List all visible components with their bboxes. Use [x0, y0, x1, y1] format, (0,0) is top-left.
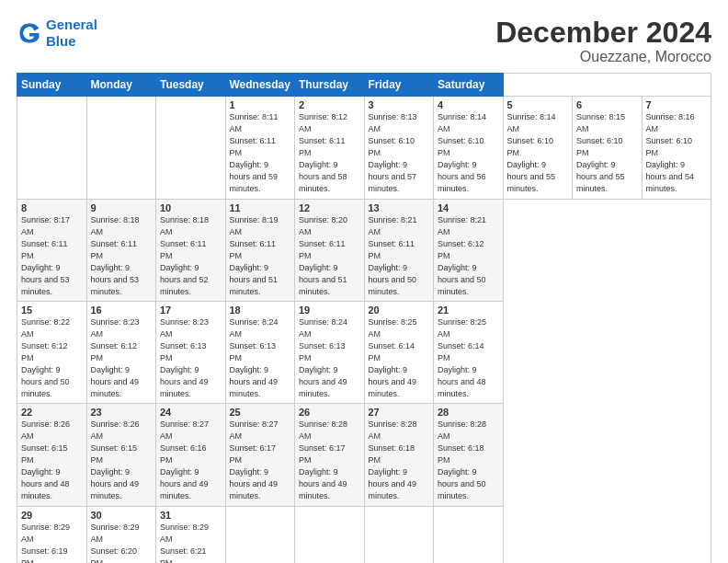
day-number: 28 [438, 407, 499, 418]
day-info: Sunrise: 8:26 AMSunset: 6:15 PMDaylight:… [21, 419, 83, 502]
day-number: 19 [299, 304, 360, 316]
day-info: Sunrise: 8:28 AMSunset: 6:18 PMDaylight:… [369, 419, 430, 502]
day-info: Sunrise: 8:16 AMSunset: 6:10 PMDaylight:… [646, 111, 708, 195]
calendar-week-row: 1Sunrise: 8:11 AMSunset: 6:11 PMDaylight… [17, 97, 711, 199]
calendar-day-cell: 24Sunrise: 8:27 AMSunset: 6:16 PMDayligh… [156, 404, 226, 506]
weekday-header-cell: Wednesday [225, 74, 295, 97]
day-info: Sunrise: 8:22 AMSunset: 6:12 PMDaylight:… [21, 316, 83, 400]
day-number: 12 [299, 202, 360, 213]
day-number: 25 [230, 407, 291, 418]
calendar-day-cell: 13Sunrise: 8:21 AMSunset: 6:11 PMDayligh… [364, 199, 434, 301]
calendar-day-cell: 9Sunrise: 8:18 AMSunset: 6:11 PMDaylight… [86, 199, 156, 301]
day-number: 23 [91, 407, 153, 418]
day-number: 20 [369, 304, 430, 316]
calendar-week-row: 29Sunrise: 8:29 AMSunset: 6:19 PMDayligh… [17, 506, 711, 563]
day-number: 24 [160, 407, 222, 418]
day-info: Sunrise: 8:12 AMSunset: 6:11 PMDaylight:… [299, 111, 360, 195]
calendar-week-row: 15Sunrise: 8:22 AMSunset: 6:12 PMDayligh… [17, 301, 711, 403]
calendar-day-cell [17, 97, 87, 199]
calendar-day-cell: 5Sunrise: 8:14 AMSunset: 6:10 PMDaylight… [503, 97, 573, 199]
calendar-day-cell [364, 506, 434, 563]
calendar-week-row: 22Sunrise: 8:26 AMSunset: 6:15 PMDayligh… [17, 404, 711, 506]
day-info: Sunrise: 8:13 AMSunset: 6:10 PMDaylight:… [369, 111, 430, 195]
day-number: 7 [646, 99, 708, 110]
calendar-day-cell: 1Sunrise: 8:11 AMSunset: 6:11 PMDaylight… [225, 97, 295, 199]
calendar-day-cell [156, 97, 226, 199]
calendar-table: SundayMondayTuesdayWednesdayThursdayFrid… [17, 73, 711, 563]
day-number: 4 [438, 99, 499, 110]
weekday-header-cell: Monday [86, 74, 156, 97]
day-info: Sunrise: 8:14 AMSunset: 6:10 PMDaylight:… [438, 111, 499, 195]
day-number: 16 [91, 304, 153, 316]
weekday-header-cell: Tuesday [156, 74, 226, 97]
day-info: Sunrise: 8:21 AMSunset: 6:11 PMDaylight:… [369, 214, 430, 298]
day-number: 26 [299, 407, 360, 418]
calendar-day-cell: 8Sunrise: 8:17 AMSunset: 6:11 PMDaylight… [17, 199, 87, 301]
day-info: Sunrise: 8:25 AMSunset: 6:14 PMDaylight:… [369, 316, 430, 400]
day-info: Sunrise: 8:27 AMSunset: 6:17 PMDaylight:… [230, 419, 291, 502]
day-number: 27 [369, 407, 430, 418]
calendar-day-cell: 22Sunrise: 8:26 AMSunset: 6:15 PMDayligh… [17, 404, 87, 506]
calendar-day-cell: 21Sunrise: 8:25 AMSunset: 6:14 PMDayligh… [434, 301, 504, 403]
day-number: 8 [21, 202, 83, 213]
day-info: Sunrise: 8:29 AMSunset: 6:19 PMDaylight:… [21, 522, 83, 564]
weekday-header-cell: Saturday [434, 74, 504, 97]
day-number: 15 [21, 304, 83, 316]
calendar-day-cell: 2Sunrise: 8:12 AMSunset: 6:11 PMDaylight… [295, 97, 365, 199]
calendar-day-cell: 14Sunrise: 8:21 AMSunset: 6:12 PMDayligh… [434, 199, 504, 301]
logo-icon [17, 20, 42, 46]
day-number: 22 [21, 407, 83, 418]
day-number: 18 [230, 304, 291, 316]
weekday-header-row: SundayMondayTuesdayWednesdayThursdayFrid… [17, 74, 711, 97]
calendar-day-cell: 7Sunrise: 8:16 AMSunset: 6:10 PMDaylight… [642, 97, 711, 199]
weekday-header-cell: Sunday [17, 74, 87, 97]
calendar-day-cell [434, 506, 504, 563]
day-number: 1 [230, 99, 291, 110]
day-number: 31 [160, 510, 222, 521]
day-info: Sunrise: 8:15 AMSunset: 6:10 PMDaylight:… [576, 111, 638, 195]
calendar-day-cell: 18Sunrise: 8:24 AMSunset: 6:13 PMDayligh… [225, 301, 295, 403]
calendar-day-cell: 10Sunrise: 8:18 AMSunset: 6:11 PMDayligh… [156, 199, 226, 301]
calendar-day-cell: 11Sunrise: 8:19 AMSunset: 6:11 PMDayligh… [225, 199, 295, 301]
day-info: Sunrise: 8:27 AMSunset: 6:16 PMDaylight:… [160, 419, 222, 502]
calendar-day-cell: 12Sunrise: 8:20 AMSunset: 6:11 PMDayligh… [295, 199, 365, 301]
calendar-day-cell: 20Sunrise: 8:25 AMSunset: 6:14 PMDayligh… [364, 301, 434, 403]
calendar-day-cell: 27Sunrise: 8:28 AMSunset: 6:18 PMDayligh… [364, 404, 434, 506]
calendar-day-cell: 30Sunrise: 8:29 AMSunset: 6:20 PMDayligh… [86, 506, 156, 563]
header: General Blue December 2024 Ouezzane, Mor… [17, 17, 711, 65]
day-number: 9 [91, 202, 153, 213]
day-info: Sunrise: 8:18 AMSunset: 6:11 PMDaylight:… [160, 214, 222, 298]
calendar-day-cell: 17Sunrise: 8:23 AMSunset: 6:13 PMDayligh… [156, 301, 226, 403]
day-info: Sunrise: 8:21 AMSunset: 6:12 PMDaylight:… [438, 214, 499, 298]
day-info: Sunrise: 8:25 AMSunset: 6:14 PMDaylight:… [438, 316, 499, 400]
day-info: Sunrise: 8:24 AMSunset: 6:13 PMDaylight:… [230, 316, 291, 400]
day-info: Sunrise: 8:23 AMSunset: 6:13 PMDaylight:… [160, 316, 222, 400]
calendar-day-cell: 16Sunrise: 8:23 AMSunset: 6:12 PMDayligh… [86, 301, 156, 403]
weekday-header-cell: Thursday [295, 74, 365, 97]
day-info: Sunrise: 8:24 AMSunset: 6:13 PMDaylight:… [299, 316, 360, 400]
main-title: December 2024 [495, 17, 711, 49]
day-number: 10 [160, 202, 222, 213]
day-info: Sunrise: 8:26 AMSunset: 6:15 PMDaylight:… [91, 419, 153, 502]
title-block: December 2024 Ouezzane, Morocco [495, 17, 711, 65]
calendar-day-cell: 23Sunrise: 8:26 AMSunset: 6:15 PMDayligh… [86, 404, 156, 506]
calendar-day-cell: 3Sunrise: 8:13 AMSunset: 6:10 PMDaylight… [364, 97, 434, 199]
day-number: 3 [369, 99, 430, 110]
day-number: 6 [576, 99, 638, 110]
calendar-body: 1Sunrise: 8:11 AMSunset: 6:11 PMDaylight… [17, 97, 711, 563]
subtitle: Ouezzane, Morocco [495, 49, 711, 65]
calendar-day-cell: 25Sunrise: 8:27 AMSunset: 6:17 PMDayligh… [225, 404, 295, 506]
day-number: 13 [369, 202, 430, 213]
day-number: 30 [91, 510, 153, 521]
calendar-week-row: 8Sunrise: 8:17 AMSunset: 6:11 PMDaylight… [17, 199, 711, 301]
weekday-header-cell: Friday [364, 74, 434, 97]
calendar-day-cell: 29Sunrise: 8:29 AMSunset: 6:19 PMDayligh… [17, 506, 87, 563]
calendar-day-cell: 15Sunrise: 8:22 AMSunset: 6:12 PMDayligh… [17, 301, 87, 403]
day-number: 5 [507, 99, 569, 110]
day-number: 2 [299, 99, 360, 110]
day-info: Sunrise: 8:28 AMSunset: 6:18 PMDaylight:… [438, 419, 499, 502]
day-number: 21 [438, 304, 499, 316]
day-info: Sunrise: 8:29 AMSunset: 6:20 PMDaylight:… [91, 522, 153, 564]
calendar-day-cell: 4Sunrise: 8:14 AMSunset: 6:10 PMDaylight… [434, 97, 504, 199]
day-number: 14 [438, 202, 499, 213]
